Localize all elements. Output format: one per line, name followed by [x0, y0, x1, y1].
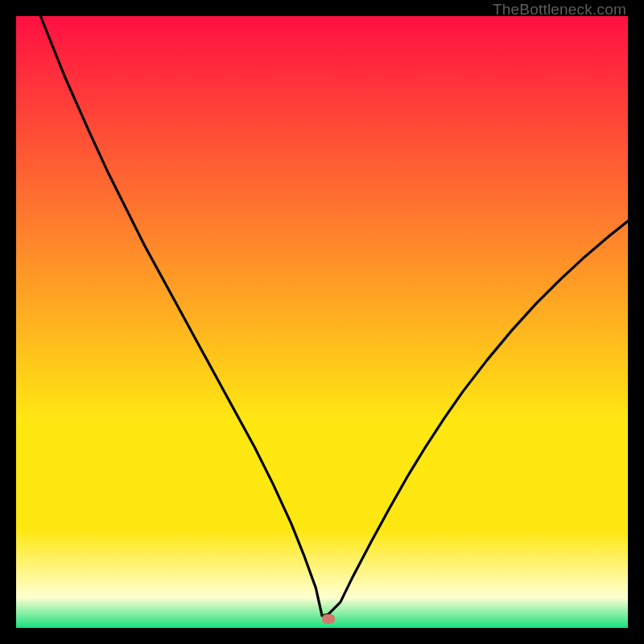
optimum-marker — [322, 614, 335, 624]
chart-frame: TheBottleneck.com — [0, 0, 644, 644]
plot-area — [16, 16, 628, 628]
curve-layer — [16, 16, 628, 628]
bottleneck-curve — [40, 16, 628, 616]
